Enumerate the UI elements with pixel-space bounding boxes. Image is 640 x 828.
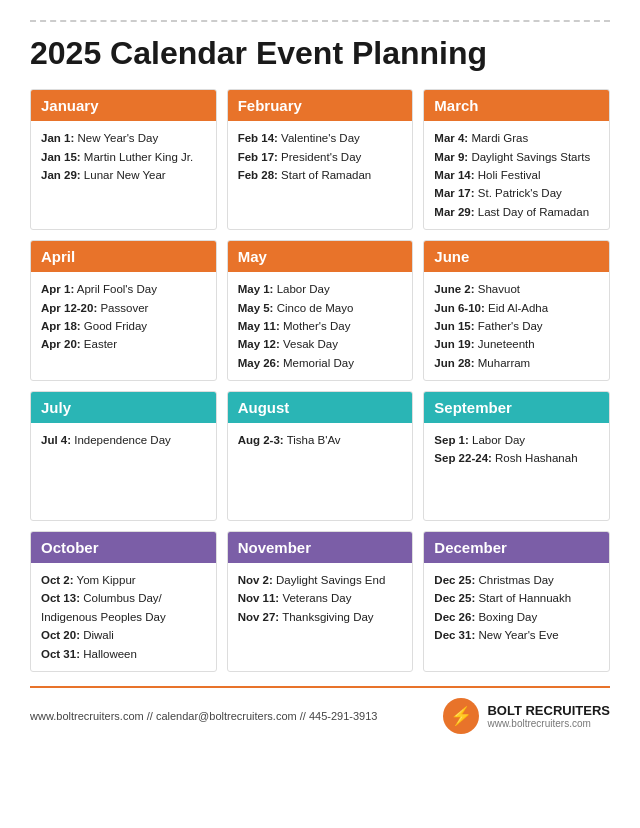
top-border [30,20,610,22]
event-line: Nov 11: Veterans Day [238,589,403,607]
brand-url: www.boltrecruiters.com [487,718,610,729]
event-line: May 1: Labor Day [238,280,403,298]
event-line: Dec 25: Christmas Day [434,571,599,589]
month-header: January [31,90,216,121]
event-line: Mar 14: Holi Festival [434,166,599,184]
month-card-january: JanuaryJan 1: New Year's DayJan 15: Mart… [30,89,217,230]
brand-name: BOLT RECRUITERS [487,703,610,719]
event-line: Dec 26: Boxing Day [434,608,599,626]
event-line: Mar 4: Mardi Gras [434,129,599,147]
event-line: Sep 22-24: Rosh Hashanah [434,449,599,467]
event-line: May 26: Memorial Day [238,354,403,372]
month-body: Apr 1: April Fool's DayApr 12-20: Passov… [31,272,216,362]
event-line: Mar 17: St. Patrick's Day [434,184,599,202]
event-line: Feb 17: President's Day [238,148,403,166]
page-title: 2025 Calendar Event Planning [30,36,610,71]
event-line: Oct 31: Halloween [41,645,206,663]
event-line: Jul 4: Independence Day [41,431,206,449]
event-line: Jun 19: Juneteenth [434,335,599,353]
event-line: Oct 2: Yom Kippur [41,571,206,589]
event-line: Feb 14: Valentine's Day [238,129,403,147]
event-line: Mar 29: Last Day of Ramadan [434,203,599,221]
month-card-august: AugustAug 2-3: Tisha B'Av [227,391,414,521]
event-line: Jan 15: Martin Luther King Jr. [41,148,206,166]
footer: www.boltrecruiters.com // calendar@boltr… [30,686,610,734]
event-line: Jun 15: Father's Day [434,317,599,335]
event-line: Jun 28: Muharram [434,354,599,372]
month-card-may: MayMay 1: Labor DayMay 5: Cinco de MayoM… [227,240,414,381]
month-body: Dec 25: Christmas DayDec 25: Start of Ha… [424,563,609,653]
event-line: Nov 27: Thanksgiving Day [238,608,403,626]
month-body: May 1: Labor DayMay 5: Cinco de MayoMay … [228,272,413,380]
event-line: May 5: Cinco de Mayo [238,299,403,317]
event-line: Oct 13: Columbus Day/ Indigenous Peoples… [41,589,206,626]
month-body: Mar 4: Mardi GrasMar 9: Daylight Savings… [424,121,609,229]
event-line: Aug 2-3: Tisha B'Av [238,431,403,449]
event-line: Apr 12-20: Passover [41,299,206,317]
month-card-february: FebruaryFeb 14: Valentine's DayFeb 17: P… [227,89,414,230]
event-line: May 11: Mother's Day [238,317,403,335]
month-card-july: JulyJul 4: Independence Day [30,391,217,521]
event-line: Dec 31: New Year's Eve [434,626,599,644]
month-card-april: AprilApr 1: April Fool's DayApr 12-20: P… [30,240,217,381]
event-line: Apr 18: Good Friday [41,317,206,335]
month-header: July [31,392,216,423]
month-card-june: JuneJune 2: ShavuotJun 6-10: Eid Al-Adha… [423,240,610,381]
event-line: Feb 28: Start of Ramadan [238,166,403,184]
event-line: Jan 1: New Year's Day [41,129,206,147]
brand-info: BOLT RECRUITERS www.boltrecruiters.com [487,703,610,730]
month-header: May [228,241,413,272]
month-card-september: SeptemberSep 1: Labor DaySep 22-24: Rosh… [423,391,610,521]
event-line: Oct 20: Diwali [41,626,206,644]
month-card-december: DecemberDec 25: Christmas DayDec 25: Sta… [423,531,610,672]
event-line: Sep 1: Labor Day [434,431,599,449]
month-body: Sep 1: Labor DaySep 22-24: Rosh Hashanah [424,423,609,476]
footer-contact: www.boltrecruiters.com // calendar@boltr… [30,710,377,722]
event-line: Nov 2: Daylight Savings End [238,571,403,589]
event-line: June 2: Shavuot [434,280,599,298]
month-card-october: OctoberOct 2: Yom KippurOct 13: Columbus… [30,531,217,672]
event-line: Apr 1: April Fool's Day [41,280,206,298]
month-header: June [424,241,609,272]
month-header: December [424,532,609,563]
event-line: Jun 6-10: Eid Al-Adha [434,299,599,317]
month-body: Aug 2-3: Tisha B'Av [228,423,413,457]
month-header: November [228,532,413,563]
month-header: August [228,392,413,423]
month-header: October [31,532,216,563]
month-card-november: NovemberNov 2: Daylight Savings EndNov 1… [227,531,414,672]
brand: ⚡ BOLT RECRUITERS www.boltrecruiters.com [443,698,610,734]
event-line: Apr 20: Easter [41,335,206,353]
brand-icon: ⚡ [443,698,479,734]
month-body: June 2: ShavuotJun 6-10: Eid Al-AdhaJun … [424,272,609,380]
month-card-march: MarchMar 4: Mardi GrasMar 9: Daylight Sa… [423,89,610,230]
event-line: May 12: Vesak Day [238,335,403,353]
month-body: Jul 4: Independence Day [31,423,216,457]
month-header: September [424,392,609,423]
month-header: April [31,241,216,272]
calendar-grid: JanuaryJan 1: New Year's DayJan 15: Mart… [30,89,610,672]
month-header: February [228,90,413,121]
month-body: Jan 1: New Year's DayJan 15: Martin Luth… [31,121,216,192]
event-line: Jan 29: Lunar New Year [41,166,206,184]
event-line: Dec 25: Start of Hannuakh [434,589,599,607]
month-body: Nov 2: Daylight Savings EndNov 11: Veter… [228,563,413,634]
month-header: March [424,90,609,121]
month-body: Oct 2: Yom KippurOct 13: Columbus Day/ I… [31,563,216,671]
event-line: Mar 9: Daylight Savings Starts [434,148,599,166]
month-body: Feb 14: Valentine's DayFeb 17: President… [228,121,413,192]
